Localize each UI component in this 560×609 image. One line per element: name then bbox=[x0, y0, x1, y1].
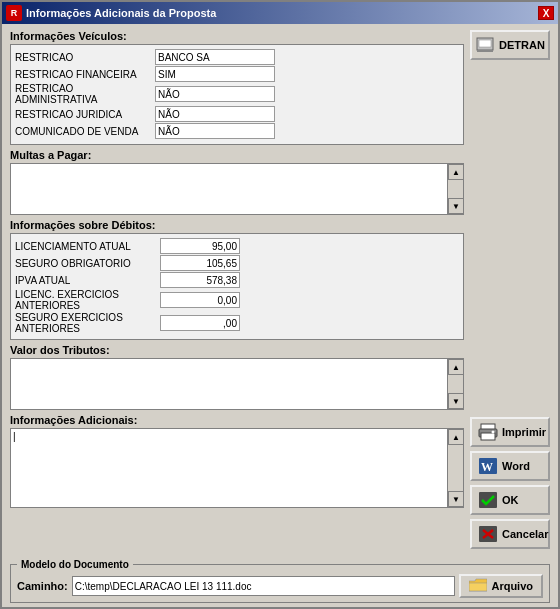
folder-icon bbox=[469, 578, 487, 594]
restricao-label: RESTRICAO bbox=[15, 52, 155, 63]
modelo-legend: Modelo do Documento bbox=[17, 559, 133, 570]
comunicado-row: COMUNICADO DE VENDA NÃO bbox=[15, 123, 459, 139]
multas-scroll-up[interactable]: ▲ bbox=[448, 164, 464, 180]
restricao-jur-value: NÃO bbox=[155, 106, 275, 122]
seguro-ant-value: ,00 bbox=[160, 315, 240, 331]
multas-scroll-down[interactable]: ▼ bbox=[448, 198, 464, 214]
seguro-ant-label: SEGURO EXERCICIOS ANTERIORES bbox=[15, 312, 160, 334]
seguro-value: 105,65 bbox=[160, 255, 240, 271]
adicionais-scrollbar[interactable]: ▲ ▼ bbox=[447, 429, 463, 507]
veiculos-section: Informações Veículos: RESTRICAO BANCO SA… bbox=[10, 30, 464, 145]
ipva-value: 578,38 bbox=[160, 272, 240, 288]
licenciamento-row: LICENCIAMENTO ATUAL 95,00 bbox=[15, 238, 459, 254]
imprimir-button[interactable]: Imprimir bbox=[470, 417, 550, 447]
licenc-ant-label: LICENC. EXERCICIOS ANTERIORES bbox=[15, 289, 160, 311]
seguro-ant-row: SEGURO EXERCICIOS ANTERIORES ,00 bbox=[15, 312, 459, 334]
word-label: Word bbox=[502, 460, 530, 472]
word-button[interactable]: W Word bbox=[470, 451, 550, 481]
tributos-scroll-up[interactable]: ▲ bbox=[448, 359, 464, 375]
restricao-value: BANCO SA bbox=[155, 49, 275, 65]
side-panel: DETRAN Imprimir bbox=[470, 30, 550, 549]
svg-rect-9 bbox=[479, 492, 497, 508]
detran-icon bbox=[475, 36, 495, 54]
ok-icon bbox=[478, 491, 498, 509]
debitos-section: Informações sobre Débitos: LICENCIAMENTO… bbox=[10, 219, 464, 340]
licenciamento-label: LICENCIAMENTO ATUAL bbox=[15, 241, 160, 252]
licenc-ant-value: 0,00 bbox=[160, 292, 240, 308]
licenciamento-value: 95,00 bbox=[160, 238, 240, 254]
ok-button[interactable]: OK bbox=[470, 485, 550, 515]
svg-rect-1 bbox=[479, 40, 491, 47]
modelo-fieldset: Modelo do Documento Caminho: Arquivo bbox=[10, 559, 550, 603]
svg-point-6 bbox=[492, 431, 495, 434]
multas-section: Multas a Pagar: ▲ ▼ bbox=[10, 149, 464, 215]
multas-scrollbar[interactable]: ▲ ▼ bbox=[447, 164, 463, 214]
svg-rect-2 bbox=[477, 50, 493, 52]
restricao-adm-label: RESTRICAO ADMINISTRATIVA bbox=[15, 83, 155, 105]
cancelar-label: Cancelar bbox=[502, 528, 548, 540]
tributos-textarea[interactable]: ▲ ▼ bbox=[10, 358, 464, 410]
ok-label: OK bbox=[502, 494, 519, 506]
tributos-scroll-down[interactable]: ▼ bbox=[448, 393, 464, 409]
restricao-fin-value: SIM bbox=[155, 66, 275, 82]
tributos-section: Valor dos Tributos: ▲ ▼ bbox=[10, 344, 464, 410]
title-bar-left: R Informações Adicionais da Proposta bbox=[6, 5, 216, 21]
detran-button[interactable]: DETRAN bbox=[470, 30, 550, 60]
comunicado-value: NÃO bbox=[155, 123, 275, 139]
word-icon: W bbox=[478, 457, 498, 475]
adicionais-section: Informações Adicionais: | ▲ ▼ bbox=[10, 414, 464, 508]
svg-text:W: W bbox=[481, 460, 493, 474]
caminho-label: Caminho: bbox=[17, 580, 68, 592]
detran-label: DETRAN bbox=[499, 39, 545, 51]
tributos-scrollbar[interactable]: ▲ ▼ bbox=[447, 359, 463, 409]
window-title: Informações Adicionais da Proposta bbox=[26, 7, 216, 19]
side-spacer bbox=[470, 64, 550, 413]
debitos-box: LICENCIAMENTO ATUAL 95,00 SEGURO OBRIGAT… bbox=[10, 233, 464, 340]
adicionais-textarea[interactable]: | ▲ ▼ bbox=[10, 428, 464, 508]
adicionais-scroll-up[interactable]: ▲ bbox=[448, 429, 464, 445]
ipva-label: IPVA ATUAL bbox=[15, 275, 160, 286]
debitos-title: Informações sobre Débitos: bbox=[10, 219, 464, 231]
restricao-fin-row: RESTRICAO FINANCEIRA SIM bbox=[15, 66, 459, 82]
ipva-row: IPVA ATUAL 578,38 bbox=[15, 272, 459, 288]
imprimir-label: Imprimir bbox=[502, 426, 546, 438]
title-bar: R Informações Adicionais da Proposta X bbox=[2, 2, 558, 24]
veiculos-title: Informações Veículos: bbox=[10, 30, 464, 42]
restricao-adm-row: RESTRICAO ADMINISTRATIVA NÃO bbox=[15, 83, 459, 105]
printer-icon bbox=[478, 423, 498, 441]
content-area: Informações Veículos: RESTRICAO BANCO SA… bbox=[2, 24, 558, 555]
tributos-title: Valor dos Tributos: bbox=[10, 344, 464, 356]
restricao-adm-value: NÃO bbox=[155, 86, 275, 102]
veiculos-box: RESTRICAO BANCO SA RESTRICAO FINANCEIRA … bbox=[10, 44, 464, 145]
adicionais-scroll-down[interactable]: ▼ bbox=[448, 491, 464, 507]
arquivo-label: Arquivo bbox=[491, 580, 533, 592]
caminho-input[interactable] bbox=[72, 576, 456, 596]
cancelar-button[interactable]: Cancelar bbox=[470, 519, 550, 549]
restricao-row: RESTRICAO BANCO SA bbox=[15, 49, 459, 65]
comunicado-label: COMUNICADO DE VENDA bbox=[15, 126, 155, 137]
adicionais-title: Informações Adicionais: bbox=[10, 414, 464, 426]
restricao-jur-row: RESTRICAO JURIDICA NÃO bbox=[15, 106, 459, 122]
seguro-label: SEGURO OBRIGATORIO bbox=[15, 258, 160, 269]
modelo-section: Modelo do Documento Caminho: Arquivo bbox=[2, 555, 558, 607]
cancelar-icon bbox=[478, 525, 498, 543]
multas-title: Multas a Pagar: bbox=[10, 149, 464, 161]
modelo-row: Caminho: Arquivo bbox=[17, 574, 543, 598]
main-window: R Informações Adicionais da Proposta X I… bbox=[0, 0, 560, 609]
main-panel: Informações Veículos: RESTRICAO BANCO SA… bbox=[10, 30, 464, 549]
licenc-ant-row: LICENC. EXERCICIOS ANTERIORES 0,00 bbox=[15, 289, 459, 311]
close-button[interactable]: X bbox=[538, 6, 554, 20]
restricao-fin-label: RESTRICAO FINANCEIRA bbox=[15, 69, 155, 80]
app-icon: R bbox=[6, 5, 22, 21]
arquivo-button[interactable]: Arquivo bbox=[459, 574, 543, 598]
svg-rect-5 bbox=[481, 433, 495, 440]
restricao-jur-label: RESTRICAO JURIDICA bbox=[15, 109, 155, 120]
seguro-row: SEGURO OBRIGATORIO 105,65 bbox=[15, 255, 459, 271]
multas-textarea[interactable]: ▲ ▼ bbox=[10, 163, 464, 215]
